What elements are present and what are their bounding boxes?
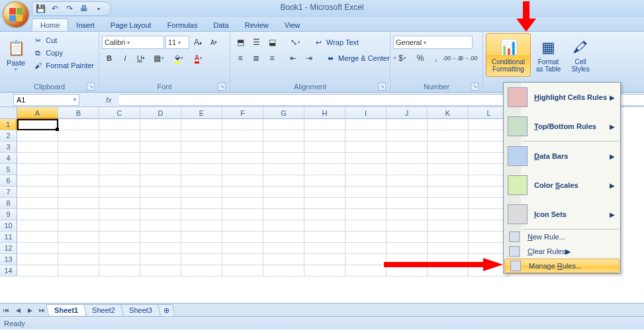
cell[interactable] (58, 164, 99, 175)
tab-review[interactable]: Review (237, 19, 277, 31)
cell[interactable] (17, 265, 58, 276)
comma-button[interactable]: , (429, 52, 443, 65)
office-button[interactable] (3, 1, 29, 28)
cell[interactable] (140, 254, 181, 265)
row-header[interactable]: 7 (0, 187, 17, 198)
cell[interactable] (222, 209, 263, 220)
cell[interactable] (58, 231, 99, 243)
cell[interactable] (428, 164, 469, 175)
column-header[interactable]: E (181, 107, 222, 119)
align-middle-button[interactable]: ☰ (249, 36, 263, 49)
cell[interactable] (304, 187, 345, 198)
cell[interactable] (387, 231, 428, 243)
cell[interactable] (387, 175, 428, 187)
copy-button[interactable]: ⧉Copy (30, 47, 96, 59)
cell[interactable] (345, 153, 387, 164)
number-launcher[interactable]: ↘ (471, 83, 479, 91)
tab-data[interactable]: Data (205, 19, 236, 31)
align-bottom-button[interactable]: ⬓ (265, 36, 279, 49)
cell[interactable] (263, 164, 304, 175)
cell[interactable] (304, 142, 345, 153)
cf-menu-item[interactable]: Color Scales▶ (504, 171, 620, 200)
alignment-launcher[interactable]: ↘ (378, 83, 386, 91)
cell[interactable] (345, 265, 387, 276)
cell[interactable] (58, 209, 99, 220)
merge-center-button[interactable]: ⬌Merge & Center▾ (323, 52, 398, 64)
cell[interactable] (140, 220, 181, 231)
cell[interactable] (387, 153, 428, 164)
sheet-nav-prev[interactable]: ◀ (12, 304, 24, 316)
cell[interactable] (263, 142, 304, 153)
cell[interactable] (17, 153, 58, 164)
cell[interactable] (263, 153, 304, 164)
tab-view[interactable]: View (277, 19, 308, 31)
cf-menu-item[interactable]: Manage Rules... (504, 259, 620, 273)
column-header[interactable]: F (222, 107, 263, 119)
cell[interactable] (263, 198, 304, 209)
cell[interactable] (428, 243, 469, 254)
font-size-combo[interactable]: 11 (165, 36, 189, 49)
cell[interactable] (222, 164, 263, 175)
cell[interactable] (304, 265, 345, 276)
cell[interactable] (263, 119, 304, 130)
cell[interactable] (140, 243, 181, 254)
row-header[interactable]: 13 (0, 254, 17, 265)
cell[interactable] (387, 119, 428, 130)
sheet-nav-next[interactable]: ▶ (24, 304, 36, 316)
row-header[interactable]: 2 (0, 130, 17, 142)
cell[interactable] (345, 254, 387, 265)
cell[interactable] (345, 209, 387, 220)
align-left-button[interactable]: ≡ (233, 52, 248, 65)
cell[interactable] (304, 164, 345, 175)
column-header[interactable]: A (17, 107, 58, 119)
row-header[interactable]: 9 (0, 209, 17, 220)
cell[interactable] (222, 119, 263, 130)
cell[interactable] (304, 119, 345, 130)
redo-icon[interactable]: ↷ (64, 3, 75, 14)
cf-menu-item[interactable]: Clear Rules▶ (504, 244, 620, 259)
sheet-nav-first[interactable]: ⏮ (0, 304, 12, 316)
increase-indent-button[interactable]: ⇥ (302, 52, 316, 65)
cell[interactable] (428, 119, 469, 130)
column-header[interactable]: C (99, 107, 140, 119)
cell[interactable] (222, 243, 263, 254)
cell[interactable] (263, 254, 304, 265)
cell[interactable] (99, 265, 140, 276)
cell[interactable] (387, 220, 428, 231)
cell[interactable] (58, 265, 99, 276)
cell[interactable] (99, 164, 140, 175)
increase-decimal-button[interactable]: .00→.0 (445, 52, 459, 65)
cell[interactable] (58, 187, 99, 198)
cell[interactable] (99, 231, 140, 243)
column-header[interactable]: K (428, 107, 469, 119)
tab-home[interactable]: Home (32, 19, 68, 31)
row-header[interactable]: 4 (0, 153, 17, 164)
cell[interactable] (181, 243, 222, 254)
cell[interactable] (387, 198, 428, 209)
sheet-tab-new[interactable]: ⊕ (158, 304, 175, 316)
bold-button[interactable]: B (102, 52, 116, 65)
borders-button[interactable]: ▦ (150, 52, 168, 65)
cell[interactable] (99, 130, 140, 142)
cell[interactable] (17, 243, 58, 254)
column-header[interactable]: J (387, 107, 428, 119)
column-header[interactable]: G (263, 107, 304, 119)
fill-color-button[interactable]: ⬙ (169, 52, 188, 65)
cell[interactable] (263, 265, 304, 276)
row-header[interactable]: 10 (0, 220, 17, 231)
cell[interactable] (17, 209, 58, 220)
cell[interactable] (428, 231, 469, 243)
cell[interactable] (58, 153, 99, 164)
cell[interactable] (140, 198, 181, 209)
cell[interactable] (428, 175, 469, 187)
cell[interactable] (58, 119, 99, 130)
cell[interactable] (58, 220, 99, 231)
cell[interactable] (304, 198, 345, 209)
accounting-format-button[interactable]: $ (393, 52, 412, 65)
tab-formulas[interactable]: Formulas (160, 19, 206, 31)
cell[interactable] (428, 209, 469, 220)
clipboard-launcher[interactable]: ↘ (87, 83, 95, 91)
cell[interactable] (140, 130, 181, 142)
cell[interactable] (181, 187, 222, 198)
sheet-tab-1[interactable]: Sheet1 (46, 304, 87, 315)
